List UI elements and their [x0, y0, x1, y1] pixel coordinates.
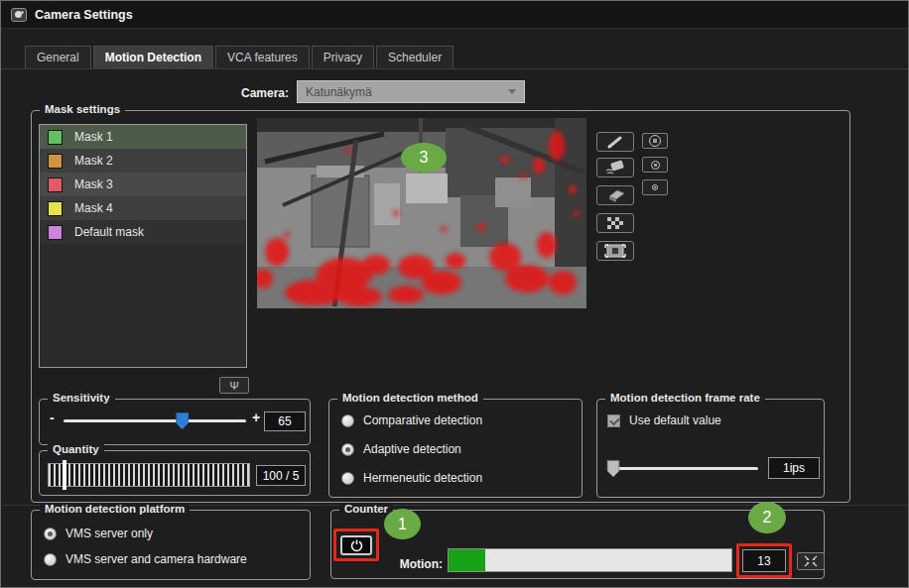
camera-settings-window: Camera Settings General Motion Detection…: [0, 0, 909, 588]
sensitivity-slider-thumb[interactable]: [176, 412, 189, 429]
eraser-button[interactable]: [596, 158, 634, 177]
medium-circle-icon: [651, 161, 660, 170]
radio-label: VMS server only: [65, 527, 153, 540]
tab-privacy[interactable]: Privacy: [312, 46, 374, 68]
counter-title: Counter: [339, 503, 393, 515]
mask-label: Mask 1: [74, 130, 113, 144]
board-eraser-icon: [603, 187, 627, 203]
snapshot-frame-icon: [603, 243, 627, 259]
frame-rate-slider-thumb[interactable]: [607, 460, 620, 477]
mask-fork-button[interactable]: Ψ: [219, 377, 249, 394]
radio-icon[interactable]: [44, 553, 57, 566]
quantity-value: 100 / 5: [256, 465, 306, 486]
annotation-badge-1: 1: [384, 509, 421, 539]
radio-comparative-detection[interactable]: Comparative detection: [341, 413, 482, 427]
frame-rate-title: Motion detection frame rate: [605, 392, 765, 404]
brush-size-large-button[interactable]: [642, 133, 668, 149]
camera-select-value: Katunäkymä: [306, 85, 372, 99]
quantity-slider-track[interactable]: [48, 463, 250, 487]
mask-list-item-default[interactable]: Default mask: [40, 220, 246, 244]
motion-progress-fill: [449, 549, 485, 571]
title-bar: Camera Settings: [1, 1, 908, 29]
mask-list-item-4[interactable]: Mask 4: [40, 196, 246, 220]
platform-title: Motion detection platform: [40, 503, 190, 515]
radio-vms-server-and-camera-hardware[interactable]: VMS server and camera hardware: [44, 552, 247, 566]
pattern-grid-icon: [604, 215, 626, 231]
sensitivity-slider-track[interactable]: [64, 419, 246, 422]
sensitivity-plus[interactable]: +: [252, 410, 260, 425]
tab-vca-features[interactable]: VCA features: [215, 46, 310, 68]
radio-label: Adaptive detection: [363, 442, 461, 456]
mask-color-swatch: [48, 201, 63, 216]
camera-select[interactable]: Katunäkymä: [297, 80, 525, 103]
chevron-down-icon: [508, 89, 516, 94]
window-title: Camera Settings: [35, 8, 133, 22]
small-circle-icon: [652, 184, 658, 190]
camera-app-icon: [11, 8, 27, 22]
radio-label: Comparative detection: [363, 413, 482, 427]
motion-detection-platform-group: Motion detection platform VMS server onl…: [31, 510, 311, 580]
counter-reset-button[interactable]: [797, 552, 825, 570]
mask-color-swatch: [48, 177, 63, 192]
annotation-badge-3: 3: [401, 143, 447, 173]
fill-pattern-button[interactable]: [596, 213, 634, 233]
radio-icon[interactable]: [341, 443, 354, 456]
brush-size-small-button[interactable]: [642, 179, 668, 195]
mask-color-swatch: [48, 130, 63, 145]
radio-label: Hermeneutic detection: [363, 471, 482, 485]
mask-color-swatch: [48, 154, 63, 169]
motion-detection-method-group: Motion detection method Comparative dete…: [328, 399, 583, 498]
use-default-value-checkbox-row[interactable]: Use default value: [607, 413, 721, 427]
radio-adaptive-detection[interactable]: Adaptive detection: [341, 442, 461, 456]
method-title: Motion detection method: [337, 392, 483, 404]
frame-rate-value: 1ips: [768, 457, 820, 479]
radio-hermeneutic-detection[interactable]: Hermeneutic detection: [341, 471, 482, 485]
tab-motion-detection[interactable]: Motion Detection: [93, 46, 213, 68]
radio-icon[interactable]: [341, 414, 354, 427]
annotation-badge-2: 2: [748, 502, 786, 533]
motion-label: Motion:: [373, 557, 443, 571]
brush-size-medium-button[interactable]: [642, 157, 668, 173]
sensitivity-minus[interactable]: -: [50, 410, 55, 425]
large-circle-icon: [649, 135, 661, 147]
collapse-arrows-icon: [804, 555, 818, 567]
sensitivity-value: 65: [264, 412, 306, 431]
tab-bar: General Motion Detection VCA features Pr…: [25, 46, 455, 68]
radio-vms-server-only[interactable]: VMS server only: [44, 527, 153, 540]
frame-rate-slider-track[interactable]: [613, 467, 758, 470]
radio-icon[interactable]: [341, 472, 354, 485]
mask-list-item-2[interactable]: Mask 2: [40, 149, 246, 173]
camera-label: Camera:: [178, 86, 289, 100]
eraser-icon: [603, 160, 627, 176]
mask-color-swatch: [48, 225, 63, 240]
mask-label: Mask 2: [74, 154, 113, 168]
mask-list-item-3[interactable]: Mask 3: [40, 173, 246, 196]
mask-list[interactable]: Mask 1 Mask 2 Mask 3 Mask 4 Default mask: [39, 124, 247, 368]
mask-label: Default mask: [74, 225, 144, 239]
annotation-highlight-counter-value: [736, 543, 792, 578]
camera-preview[interactable]: 3: [257, 118, 586, 308]
mask-settings-title: Mask settings: [40, 103, 125, 115]
tuning-fork-icon: Ψ: [229, 380, 238, 392]
clear-mask-button[interactable]: [596, 185, 634, 205]
checkbox-label: Use default value: [629, 413, 721, 427]
tab-scheduler[interactable]: Scheduler: [376, 46, 454, 68]
quantity-group: Quantity 100 / 5: [39, 450, 311, 496]
tab-general[interactable]: General: [25, 46, 91, 68]
sensitivity-title: Sensitivity: [48, 392, 115, 404]
sensitivity-group: Sensitivity - + 65: [39, 399, 311, 445]
tab-underline: [1, 68, 908, 69]
pencil-icon: [604, 135, 626, 149]
checkbox-icon[interactable]: [607, 414, 620, 427]
snapshot-button[interactable]: [596, 241, 634, 261]
radio-label: VMS server and camera hardware: [65, 552, 247, 566]
mask-label: Mask 3: [74, 177, 113, 191]
motion-detection-frame-rate-group: Motion detection frame rate Use default …: [596, 399, 825, 498]
motion-progress-bar: [448, 548, 732, 572]
mask-label: Mask 4: [74, 201, 113, 215]
quantity-slider-thumb[interactable]: [63, 460, 66, 490]
quantity-title: Quantity: [48, 443, 104, 455]
draw-pencil-button[interactable]: [596, 132, 634, 152]
radio-icon[interactable]: [44, 528, 57, 540]
mask-list-item-1[interactable]: Mask 1: [40, 125, 246, 149]
